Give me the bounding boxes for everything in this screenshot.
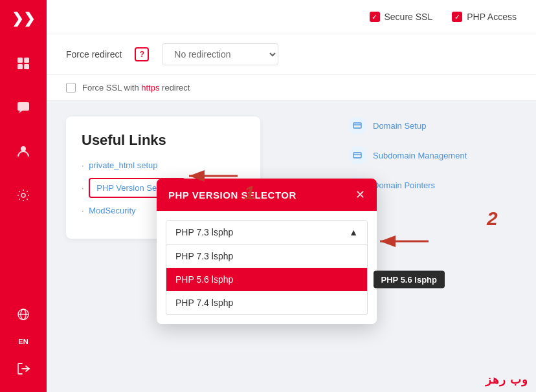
php-version-tooltip: PHP 5.6 lsphp: [374, 271, 445, 289]
php-access-checkbox[interactable]: ✓ PHP Access: [452, 12, 517, 22]
php-version-modal: PHP VERSION SELECTOR ✕ PHP 7.3 lsphp ▲ P…: [157, 179, 377, 324]
subdomain-label: Subdomain Management: [373, 151, 467, 160]
selected-version-text: PHP 7.3 lsphp: [175, 227, 233, 237]
php-modal-title: PHP VERSION SELECTOR: [168, 190, 296, 201]
force-redirect-help-icon[interactable]: ?: [135, 47, 149, 61]
php-access-check-icon: ✓: [452, 12, 462, 22]
ssl-text: Force SSL with https redirect: [82, 83, 190, 93]
sidebar-logout-icon[interactable]: [10, 356, 36, 382]
subdomain-icon: [348, 146, 366, 164]
svg-rect-1: [24, 58, 29, 63]
php-modal-body: PHP 7.3 lsphp ▲ PHP 7.3 lsphp PHP 5.6 ls…: [157, 211, 377, 324]
force-redirect-label: Force redirect: [66, 49, 122, 60]
sidebar-logo[interactable]: ❯❯: [12, 10, 35, 27]
php-option-73[interactable]: PHP 7.3 lsphp: [166, 245, 367, 268]
svg-marker-5: [19, 111, 23, 113]
svg-rect-4: [17, 102, 29, 111]
secure-ssl-check-icon: ✓: [370, 12, 380, 22]
php-access-label: PHP Access: [467, 12, 517, 22]
svg-rect-0: [17, 58, 23, 63]
annotation-number-2: 2: [487, 208, 498, 230]
domain-setup-icon: [348, 116, 366, 135]
arrow-1: [183, 166, 241, 188]
main-content: ✓ Secure SSL ✓ PHP Access Force redirect…: [47, 0, 536, 392]
domain-setup-link[interactable]: Domain Setup: [348, 116, 517, 135]
ssl-checkbox[interactable]: [66, 83, 76, 93]
ssl-row: Force SSL with https redirect: [47, 75, 536, 101]
php-modal-close-button[interactable]: ✕: [355, 188, 365, 202]
php-option-56[interactable]: PHP 5.6 lsphp PHP 5.6 lsphp: [166, 268, 367, 291]
subdomain-management-link[interactable]: Subdomain Management: [348, 146, 517, 164]
annotation-number-1: 1: [244, 182, 255, 204]
secure-ssl-checkbox[interactable]: ✓ Secure SSL: [370, 12, 433, 22]
svg-rect-12: [353, 123, 361, 128]
ssl-https-link[interactable]: https: [141, 83, 159, 93]
domain-setup-label: Domain Setup: [373, 121, 426, 131]
force-redirect-select[interactable]: No redirection: [162, 43, 278, 65]
sidebar-bottom: EN: [10, 301, 36, 382]
dropdown-selected-value[interactable]: PHP 7.3 lsphp ▲: [166, 220, 368, 245]
domain-pointers-label: Domain Pointers: [373, 180, 435, 190]
sidebar-lang-label: EN: [18, 338, 28, 345]
sidebar-item-chat[interactable]: [10, 94, 36, 120]
dropdown-arrow-icon: ▲: [349, 227, 358, 237]
arrow-2: [374, 232, 432, 254]
php-version-dropdown[interactable]: PHP 7.3 lsphp ▲ PHP 7.3 lsphp PHP 5.6 ls…: [166, 220, 368, 315]
svg-rect-3: [24, 64, 29, 69]
secure-ssl-label: Secure SSL: [385, 12, 433, 22]
sidebar-item-grid[interactable]: [10, 50, 36, 76]
private-html-link[interactable]: private_html setup: [89, 160, 157, 170]
svg-rect-2: [17, 64, 23, 69]
watermark: وب رهز: [486, 373, 528, 387]
content-area: Useful Links · private_html setup · PHP …: [47, 101, 536, 254]
svg-point-7: [21, 193, 25, 197]
php-option-74[interactable]: PHP 7.4 lsphp: [166, 291, 367, 314]
sidebar-item-globe[interactable]: [10, 301, 36, 327]
dropdown-options-list: PHP 7.3 lsphp PHP 5.6 lsphp PHP 5.6 lsph…: [166, 245, 368, 315]
useful-links-title: Useful Links: [82, 132, 245, 149]
force-redirect-row: Force redirect ? No redirection: [47, 34, 536, 75]
sidebar: ❯❯: [0, 0, 47, 392]
modsecurity-link[interactable]: ModSecurity: [89, 206, 135, 215]
top-bar: ✓ Secure SSL ✓ PHP Access: [47, 0, 536, 34]
svg-point-6: [21, 146, 26, 151]
php-option-56-text: PHP 5.6 lsphp: [175, 274, 233, 285]
svg-rect-14: [353, 153, 361, 158]
sidebar-item-settings[interactable]: [10, 182, 36, 208]
sidebar-item-user[interactable]: [10, 138, 36, 164]
